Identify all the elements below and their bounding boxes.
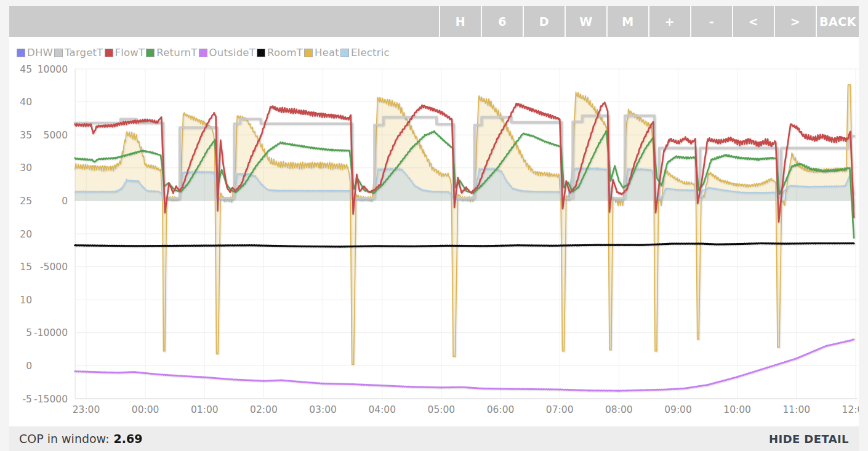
legend-item-heat[interactable]: Heat xyxy=(304,47,339,58)
legend-item-returnt[interactable]: ReturnT xyxy=(146,47,197,58)
svg-text:40: 40 xyxy=(20,97,32,108)
toolbar-button-hour[interactable]: H xyxy=(439,6,481,37)
legend-swatch-flowt xyxy=(105,49,113,57)
svg-text:20: 20 xyxy=(20,229,32,240)
legend-item-roomt[interactable]: RoomT xyxy=(257,47,303,58)
legend-label-returnt: ReturnT xyxy=(156,47,197,58)
toolbar-button-zoom-in[interactable]: + xyxy=(648,6,690,37)
app-window: H6DWM+-<>BACK DHWTargetTFlowTReturnTOuts… xyxy=(0,0,868,451)
legend-swatch-electric xyxy=(340,49,349,57)
svg-text:03:00: 03:00 xyxy=(309,404,337,415)
hide-detail-button[interactable]: HIDE DETAIL xyxy=(769,433,849,445)
legend: DHWTargetTFlowTReturnTOutsideTRoomTHeatE… xyxy=(17,47,391,58)
legend-label-heat: Heat xyxy=(315,47,339,58)
svg-text:23:00: 23:00 xyxy=(73,404,100,415)
svg-text:10: 10 xyxy=(20,295,32,306)
svg-text:08:00: 08:00 xyxy=(605,404,633,415)
toolbar-button-pan-right[interactable]: > xyxy=(774,6,816,37)
svg-text:11:00: 11:00 xyxy=(782,404,810,415)
svg-text:5: 5 xyxy=(26,327,32,338)
svg-text:5000: 5000 xyxy=(44,130,68,141)
legend-label-outsidet: OutsideT xyxy=(209,47,255,58)
svg-text:25: 25 xyxy=(20,196,32,207)
svg-text:12:00: 12:00 xyxy=(842,404,859,415)
legend-swatch-outsidet xyxy=(199,49,207,57)
svg-text:-5000: -5000 xyxy=(40,261,68,273)
svg-text:05:00: 05:00 xyxy=(428,404,456,415)
svg-text:07:00: 07:00 xyxy=(546,404,574,415)
legend-item-electric[interactable]: Electric xyxy=(340,47,390,58)
legend-item-targett[interactable]: TargetT xyxy=(54,47,103,58)
svg-text:06:00: 06:00 xyxy=(487,404,515,415)
toolbar-button-back[interactable]: BACK xyxy=(816,6,859,37)
toolbar: H6DWM+-<>BACK xyxy=(9,6,859,37)
toolbar-button-day[interactable]: D xyxy=(523,6,565,37)
footer-bar: COP in window:2.69 HIDE DETAIL xyxy=(9,426,859,451)
legend-swatch-targett xyxy=(54,49,63,57)
svg-text:-15000: -15000 xyxy=(34,394,68,405)
legend-swatch-returnt xyxy=(146,49,155,57)
toolbar-button-pan-left[interactable]: < xyxy=(732,6,774,37)
svg-text:45: 45 xyxy=(20,64,32,75)
legend-swatch-heat xyxy=(304,49,313,57)
svg-text:0: 0 xyxy=(26,361,32,372)
svg-text:0: 0 xyxy=(62,196,68,207)
svg-text:15: 15 xyxy=(20,261,32,273)
cop-chart[interactable]: 454035302520151050-51000050000-5000-1000… xyxy=(9,37,859,426)
legend-item-dhw[interactable]: DHW xyxy=(17,47,53,58)
svg-text:04:00: 04:00 xyxy=(368,404,396,415)
legend-label-flowt: FlowT xyxy=(115,47,145,58)
legend-swatch-roomt xyxy=(257,49,265,57)
svg-text:09:00: 09:00 xyxy=(664,404,692,415)
svg-text:00:00: 00:00 xyxy=(132,404,159,415)
toolbar-button-week[interactable]: W xyxy=(565,6,606,37)
toolbar-button-month[interactable]: M xyxy=(606,6,648,37)
legend-label-targett: TargetT xyxy=(65,47,103,58)
chart-panel: DHWTargetTFlowTReturnTOutsideTRoomTHeatE… xyxy=(9,37,859,426)
cop-label: COP in window: xyxy=(19,432,110,445)
svg-text:01:00: 01:00 xyxy=(191,404,219,415)
cop-value: 2.69 xyxy=(114,432,143,445)
legend-item-flowt[interactable]: FlowT xyxy=(105,47,145,58)
cop-in-window: COP in window:2.69 xyxy=(19,432,142,445)
svg-text:-5: -5 xyxy=(23,394,32,405)
legend-label-roomt: RoomT xyxy=(267,47,303,58)
svg-text:10:00: 10:00 xyxy=(723,404,751,415)
legend-item-outsidet[interactable]: OutsideT xyxy=(199,47,255,58)
legend-label-dhw: DHW xyxy=(27,47,53,58)
toolbar-button-zoom-out[interactable]: - xyxy=(690,6,732,37)
svg-text:02:00: 02:00 xyxy=(250,404,278,415)
svg-text:-10000: -10000 xyxy=(34,327,68,338)
svg-text:35: 35 xyxy=(20,130,32,141)
legend-label-electric: Electric xyxy=(351,47,390,58)
toolbar-button-six-hour[interactable]: 6 xyxy=(481,6,523,37)
legend-swatch-dhw xyxy=(17,49,25,57)
svg-text:10000: 10000 xyxy=(38,64,68,75)
svg-text:30: 30 xyxy=(20,162,32,174)
